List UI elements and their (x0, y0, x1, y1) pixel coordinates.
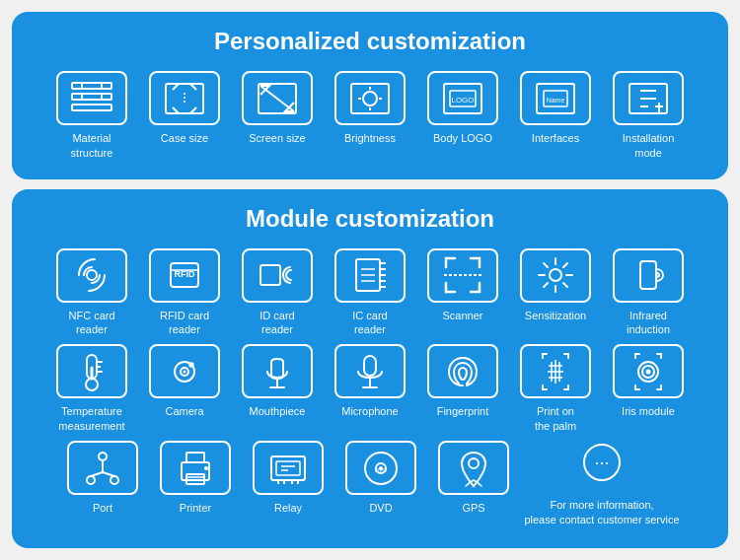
svg-rect-37 (260, 265, 280, 285)
svg-rect-0 (72, 83, 111, 89)
item-rfid-card-reader: RFID RFID cardreader (141, 248, 228, 337)
item-brightness: Brightness (327, 71, 413, 160)
ic-card-reader-label: IC cardreader (352, 309, 387, 337)
temperature-measurement-label: Temperaturemeasurement (58, 404, 124, 433)
svg-point-16 (363, 92, 377, 105)
nfc-card-reader-icon (56, 248, 127, 303)
svg-line-86 (91, 472, 103, 476)
scanner-icon (427, 248, 498, 303)
interfaces-label: Interfaces (532, 131, 579, 145)
item-port: Port (59, 441, 146, 528)
contact-icon: ··· (577, 441, 627, 492)
module-title: Module customization (32, 205, 708, 233)
item-ic-card-reader: IC cardreader (327, 248, 413, 337)
svg-point-66 (184, 370, 186, 373)
module-section: Module customization NFC cardreader (12, 189, 728, 548)
svg-point-82 (99, 453, 107, 460)
body-logo-icon: LOGO (427, 71, 498, 125)
camera-icon (149, 344, 220, 398)
dvd-label: DVD (369, 501, 392, 515)
personalized-section: Personalized customization Materialstruc… (12, 12, 728, 179)
gps-icon (438, 441, 509, 495)
installation-mode-icon (613, 71, 684, 125)
item-body-logo: LOGO Body LOGO (419, 71, 506, 160)
body-logo-label: Body LOGO (433, 131, 492, 145)
infrared-induction-label: Infraredinduction (627, 309, 670, 337)
main-container: Personalized customization Materialstruc… (0, 0, 740, 560)
item-sensitization: Sensitization (512, 248, 599, 337)
installation-mode-label: Installationmode (623, 131, 675, 160)
svg-point-33 (87, 270, 97, 280)
svg-point-83 (87, 476, 95, 484)
temperature-measurement-icon (56, 344, 127, 398)
svg-line-53 (544, 263, 548, 267)
svg-point-84 (111, 476, 118, 484)
item-interfaces: Name Interfaces (512, 71, 599, 160)
mouthpiece-icon (242, 344, 313, 398)
svg-rect-57 (640, 261, 656, 289)
microphone-icon (334, 344, 406, 398)
module-row-2: Temperaturemeasurement Camera (32, 344, 708, 433)
item-nfc-card-reader: NFC cardreader (48, 248, 135, 337)
port-label: Port (93, 501, 112, 515)
screen-size-label: Screen size (249, 131, 305, 145)
item-iris-module: Iris module (605, 344, 692, 433)
iris-module-label: Iris module (622, 404, 675, 418)
svg-line-55 (563, 263, 567, 267)
svg-point-106 (469, 458, 479, 468)
svg-point-59 (86, 379, 98, 390)
id-card-reader-label: ID cardreader (259, 309, 294, 337)
item-scanner: Scanner (419, 248, 506, 337)
item-id-card-reader: ID cardreader (234, 248, 321, 337)
case-size-icon (149, 71, 220, 125)
brightness-icon (334, 71, 406, 125)
item-print-on-palm: Print onthe palm (512, 344, 599, 433)
item-case-size: Case size (141, 71, 228, 160)
contact-text: For more information,please contact cust… (524, 498, 679, 528)
sensitization-icon (520, 248, 591, 303)
microphone-label: Microphone (341, 404, 398, 418)
material-structure-label: Materialstructure (71, 131, 113, 160)
material-structure-icon (56, 71, 127, 125)
iris-module-icon (613, 344, 684, 398)
printer-icon (160, 441, 231, 495)
svg-rect-89 (186, 453, 204, 462)
item-mouthpiece: Mouthpiece (234, 344, 321, 433)
port-icon (67, 441, 138, 495)
printer-label: Printer (180, 501, 211, 515)
item-microphone: Microphone (327, 344, 413, 433)
item-dvd: DVD DVD (337, 441, 424, 528)
item-material-structure: Materialstructure (48, 71, 135, 160)
item-fingerprint: Fingerprint (419, 344, 506, 433)
personalized-title: Personalized customization (32, 28, 708, 55)
id-card-reader-icon (242, 248, 313, 303)
case-size-label: Case size (161, 131, 208, 145)
dvd-icon: DVD (345, 441, 416, 495)
module-row-3: Port Printer (32, 441, 708, 528)
print-on-palm-icon (520, 344, 591, 398)
item-gps: GPS (430, 441, 517, 528)
rfid-card-reader-label: RFID cardreader (160, 309, 209, 337)
brightness-label: Brightness (344, 131, 396, 145)
svg-line-87 (103, 472, 114, 476)
item-camera: Camera (141, 344, 228, 433)
camera-label: Camera (165, 404, 203, 418)
contact-customer-service: ··· For more information,please contact … (523, 441, 681, 528)
svg-line-56 (544, 283, 548, 287)
svg-text:DVD: DVD (375, 467, 388, 473)
svg-rect-70 (364, 356, 376, 376)
item-screen-size: Screen size (234, 71, 321, 160)
relay-icon (253, 441, 324, 495)
svg-line-54 (563, 283, 567, 287)
svg-point-91 (204, 466, 208, 470)
svg-rect-2 (72, 105, 111, 110)
svg-rect-1 (72, 94, 111, 100)
ic-card-reader-icon (334, 248, 406, 303)
screen-size-icon (242, 71, 313, 125)
item-installation-mode: Installationmode (605, 71, 692, 160)
mouthpiece-label: Mouthpiece (250, 404, 306, 418)
svg-text:···: ··· (594, 453, 609, 472)
module-row-1: NFC cardreader RFID RFID cardreader (32, 248, 708, 337)
svg-text:LOGO: LOGO (451, 96, 474, 105)
item-printer: Printer (152, 441, 239, 528)
